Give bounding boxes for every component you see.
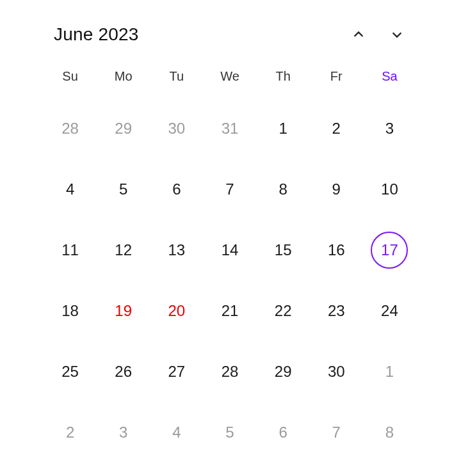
day-cell[interactable]: 29 (97, 98, 150, 159)
day-cell[interactable]: 24 (363, 280, 416, 341)
day-cell[interactable]: 13 (150, 219, 203, 280)
day-number: 17 (381, 241, 398, 259)
day-cell[interactable]: 11 (44, 219, 97, 280)
day-number: 5 (225, 424, 234, 441)
day-cell[interactable]: 4 (150, 402, 203, 463)
day-of-week-header: Fr (310, 63, 363, 90)
calendar-header: June 2023 (44, 24, 416, 45)
day-of-week-row: SuMoTuWeThFrSa (44, 63, 416, 90)
day-number: 18 (61, 302, 79, 320)
day-number: 23 (328, 302, 345, 320)
day-cell[interactable]: 25 (44, 341, 97, 402)
day-of-week-header: We (203, 63, 256, 90)
day-number: 24 (381, 302, 398, 320)
day-cell[interactable]: 21 (203, 280, 256, 341)
day-cell[interactable]: 5 (97, 159, 150, 219)
day-cell[interactable]: 29 (257, 341, 310, 402)
day-cell[interactable]: 20 (150, 280, 203, 341)
day-number: 30 (328, 363, 345, 381)
calendar: June 2023 SuMoTuWeThFrSa 282930311234567… (44, 24, 416, 463)
day-cell[interactable]: 1 (363, 341, 416, 402)
day-number: 1 (279, 120, 287, 138)
day-number: 2 (332, 120, 341, 138)
day-cell[interactable]: 22 (257, 280, 310, 341)
day-cell[interactable]: 9 (310, 159, 363, 219)
day-of-week-header: Th (257, 63, 310, 90)
day-number: 7 (332, 424, 341, 441)
day-number: 14 (222, 241, 239, 259)
day-number: 1 (385, 363, 394, 381)
day-number: 21 (222, 302, 239, 320)
day-number: 20 (168, 302, 186, 320)
day-cell[interactable]: 2 (44, 402, 97, 463)
day-number: 2 (66, 424, 74, 441)
day-of-week-header: Sa (363, 63, 416, 90)
day-cell[interactable]: 8 (257, 159, 310, 219)
day-cell[interactable]: 17 (363, 219, 416, 280)
day-number: 30 (168, 120, 186, 138)
weeks-grid: 2829303112345678910111213141516171819202… (44, 98, 416, 463)
day-cell[interactable]: 16 (310, 219, 363, 280)
day-cell[interactable]: 30 (150, 98, 203, 159)
day-number: 4 (172, 424, 181, 441)
day-cell[interactable]: 23 (310, 280, 363, 341)
day-cell[interactable]: 15 (257, 219, 310, 280)
day-cell[interactable]: 10 (363, 159, 416, 219)
day-number: 8 (279, 180, 287, 198)
day-of-week-header: Su (44, 63, 97, 90)
day-number: 9 (332, 180, 341, 198)
day-number: 3 (119, 424, 127, 441)
month-title[interactable]: June 2023 (54, 24, 139, 45)
day-number: 27 (168, 363, 186, 381)
next-month-button[interactable] (388, 26, 406, 44)
day-cell[interactable]: 30 (310, 341, 363, 402)
day-cell[interactable]: 6 (257, 402, 310, 463)
day-number: 28 (222, 363, 239, 381)
day-number: 26 (115, 363, 132, 381)
day-number: 6 (172, 180, 181, 198)
day-cell[interactable]: 3 (363, 98, 416, 159)
month-nav-buttons (350, 26, 406, 44)
day-number: 22 (275, 302, 292, 320)
day-of-week-header: Mo (97, 63, 150, 90)
day-number: 10 (381, 180, 398, 198)
day-number: 29 (275, 363, 292, 381)
day-number: 31 (222, 120, 239, 138)
day-number: 7 (225, 180, 234, 198)
day-cell[interactable]: 27 (150, 341, 203, 402)
day-cell[interactable]: 7 (310, 402, 363, 463)
day-cell[interactable]: 28 (44, 98, 97, 159)
chevron-down-icon (390, 28, 404, 42)
day-cell[interactable]: 7 (203, 159, 256, 219)
day-number: 4 (66, 180, 74, 198)
day-cell[interactable]: 2 (310, 98, 363, 159)
day-cell[interactable]: 4 (44, 159, 97, 219)
day-cell[interactable]: 5 (203, 402, 256, 463)
day-cell[interactable]: 14 (203, 219, 256, 280)
day-number: 25 (61, 363, 79, 381)
day-cell[interactable]: 26 (97, 341, 150, 402)
day-of-week-header: Tu (150, 63, 203, 90)
chevron-up-icon (352, 28, 366, 42)
day-number: 29 (115, 120, 132, 138)
day-number: 15 (275, 241, 292, 259)
day-number: 19 (115, 302, 132, 320)
day-number: 6 (279, 424, 287, 441)
day-cell[interactable]: 19 (97, 280, 150, 341)
day-number: 11 (61, 241, 79, 259)
day-cell[interactable]: 3 (97, 402, 150, 463)
prev-month-button[interactable] (350, 26, 368, 44)
day-cell[interactable]: 18 (44, 280, 97, 341)
day-number: 28 (61, 120, 79, 138)
day-number: 16 (328, 241, 345, 259)
day-number: 3 (385, 120, 394, 138)
day-number: 5 (119, 180, 127, 198)
day-cell[interactable]: 12 (97, 219, 150, 280)
day-cell[interactable]: 6 (150, 159, 203, 219)
day-number: 12 (115, 241, 132, 259)
day-number: 13 (168, 241, 186, 259)
day-cell[interactable]: 1 (257, 98, 310, 159)
day-cell[interactable]: 28 (203, 341, 256, 402)
day-cell[interactable]: 31 (203, 98, 256, 159)
day-cell[interactable]: 8 (363, 402, 416, 463)
